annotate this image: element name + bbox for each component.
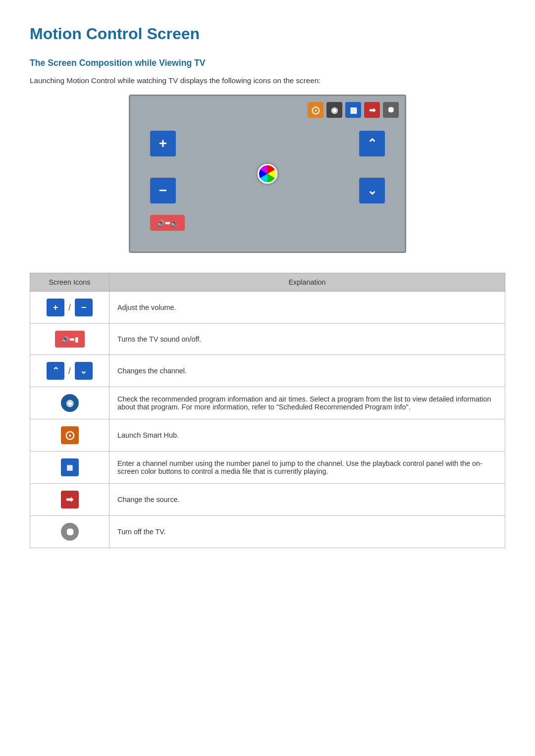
- source-icon-tv: ➡: [364, 102, 380, 118]
- separator: /: [68, 302, 71, 312]
- icon-cell-channel: ⌃ / ⌄: [30, 355, 109, 387]
- tv-screen-inner: ⨀ ◉ ▩ ➡ ⏺ + − 🔊➠🔈 ⌃ ⌄: [130, 96, 405, 252]
- icon-cell-power: ⏺: [30, 516, 109, 548]
- power-icon-tv: ⏺: [383, 102, 399, 118]
- table-row: ▩ Enter a channel number using the numbe…: [30, 452, 505, 484]
- table-row: ⨀ Launch Smart Hub.: [30, 419, 505, 452]
- table-row: ⏺ Turn off the TV.: [30, 516, 505, 548]
- table-row: 🔊➠▮ Turns the TV sound on/off.: [30, 324, 505, 355]
- mute-table-icon: 🔊➠▮: [55, 331, 85, 348]
- motion-cursor-circle: [258, 164, 277, 184]
- channel-down-table-icon: ⌄: [75, 362, 93, 380]
- separator: /: [68, 366, 71, 376]
- explanation-cell-volume: Adjust the volume.: [109, 292, 505, 324]
- source-table-icon: ➡: [61, 491, 79, 508]
- channel-down-icon-tv: ⌄: [359, 178, 385, 203]
- explanation-cell-recommended: Check the recommended program informatio…: [109, 387, 505, 419]
- table-row: ➡ Change the source.: [30, 484, 505, 516]
- volume-up-table-icon: +: [47, 299, 64, 316]
- table-header-explanation: Explanation: [109, 273, 505, 292]
- explanation-cell-channel: Changes the channel.: [109, 355, 505, 387]
- icon-cell-smarthub: ⨀: [30, 419, 109, 452]
- table-row: ⌃ / ⌄ Changes the channel.: [30, 355, 505, 387]
- tv-screen-mockup: ⨀ ◉ ▩ ➡ ⏺ + − 🔊➠🔈 ⌃ ⌄: [129, 95, 406, 253]
- page-title: Motion Control Screen: [30, 25, 505, 43]
- section-subtitle: The Screen Composition while Viewing TV: [30, 58, 505, 68]
- icon-cell-mute: 🔊➠▮: [30, 324, 109, 355]
- smart-hub-icon-tv: ⨀: [308, 102, 323, 118]
- explanation-cell-smarthub: Launch Smart Hub.: [109, 419, 505, 452]
- explanation-cell-power: Turn off the TV.: [109, 516, 505, 548]
- channelnum-table-icon: ▩: [61, 458, 79, 476]
- volume-down-table-icon: −: [75, 299, 93, 316]
- icon-cell-channelnum: ▩: [30, 452, 109, 484]
- recommended-table-icon: ◉: [61, 394, 79, 412]
- icon-cell-volume: + / −: [30, 292, 109, 324]
- icon-cell-recommended: ◉: [30, 387, 109, 419]
- table-header-icons: Screen Icons: [30, 273, 109, 292]
- channel-up-icon-tv: ⌃: [359, 131, 385, 156]
- explanation-cell-source: Change the source.: [109, 484, 505, 516]
- icon-reference-table: Screen Icons Explanation + / − Adjust th…: [30, 273, 505, 548]
- volume-up-icon-tv: +: [150, 131, 176, 156]
- explanation-cell-mute: Turns the TV sound on/off.: [109, 324, 505, 355]
- intro-text: Launching Motion Control while watching …: [30, 76, 505, 85]
- table-row: ◉ Check the recommended program informat…: [30, 387, 505, 419]
- motion-cursor: [258, 164, 277, 184]
- volume-down-icon-tv: −: [150, 178, 176, 203]
- mute-icon-tv: 🔊➠🔈: [150, 215, 185, 231]
- explanation-cell-channelnum: Enter a channel number using the number …: [109, 452, 505, 484]
- power-table-icon: ⏺: [61, 523, 79, 541]
- icon-cell-source: ➡: [30, 484, 109, 516]
- recommended-icon-tv: ◉: [326, 102, 342, 118]
- channel-up-table-icon: ⌃: [47, 362, 64, 380]
- channel-num-icon-tv: ▩: [345, 102, 361, 118]
- smarthub-table-icon: ⨀: [61, 426, 79, 444]
- table-row: + / − Adjust the volume.: [30, 292, 505, 324]
- top-icons-row: ⨀ ◉ ▩ ➡ ⏺: [308, 102, 399, 118]
